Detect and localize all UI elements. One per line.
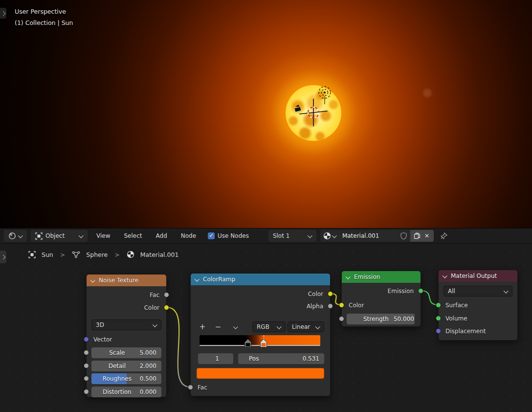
socket-roughness-in[interactable] <box>84 376 89 381</box>
strength-slider[interactable]: Strength 50.000 <box>347 314 415 324</box>
use-nodes-toggle[interactable]: ✓ Use Nodes <box>208 232 249 239</box>
menu-view[interactable]: View <box>91 230 115 242</box>
input-displacement: Displacement <box>445 327 486 335</box>
collapse-icon[interactable] <box>90 277 95 282</box>
viewport-collection-label: (1) Collection | Sun <box>15 17 73 28</box>
mode-label: Object <box>45 232 65 239</box>
ramp-stop-1-active[interactable] <box>260 339 267 347</box>
link-noise-color-to-ramp-fac <box>167 307 190 387</box>
link-emission-to-surface <box>421 291 438 305</box>
socket-color-out[interactable] <box>164 305 169 310</box>
active-index-field[interactable]: 1 <box>198 353 233 364</box>
socket-vector-in[interactable] <box>84 337 89 342</box>
pos-field[interactable]: Pos 0.531 <box>238 353 324 364</box>
blender-window: User Perspective (1) Collection | Sun Ob… <box>0 0 532 412</box>
material-browse-button[interactable] <box>320 230 339 242</box>
chevron-down-icon <box>153 322 157 327</box>
chevron-right-icon <box>1 11 6 16</box>
chevron-down-icon <box>504 288 509 293</box>
color-mode-dropdown[interactable]: RGB <box>252 321 286 332</box>
socket-scale-in[interactable] <box>84 350 89 355</box>
node-title: Noise Texture <box>99 277 138 284</box>
collapse-icon[interactable] <box>195 276 200 281</box>
target-dropdown[interactable]: All <box>443 286 512 297</box>
add-stop-button[interactable]: + <box>197 321 208 332</box>
ramp-stop-0[interactable] <box>244 339 251 347</box>
socket-fac-out[interactable] <box>164 292 169 298</box>
node-title: Material Output <box>451 273 497 279</box>
socket-displacement-in[interactable] <box>436 328 441 334</box>
material-sphere-icon <box>323 232 331 240</box>
input-surface: Surface <box>445 301 468 309</box>
checkbox-checked-icon[interactable]: ✓ <box>208 232 215 239</box>
viewport-3d[interactable]: User Perspective (1) Collection | Sun <box>0 0 532 228</box>
node-emission-header[interactable]: Emission <box>342 271 421 283</box>
collapse-icon[interactable] <box>346 274 351 279</box>
remove-stop-button[interactable]: − <box>212 321 224 332</box>
chevron-down-icon <box>315 324 320 329</box>
socket-alpha-out[interactable] <box>328 303 333 309</box>
viewport-toolbar-toggle[interactable] <box>0 8 6 19</box>
node-noise-texture-header[interactable]: Noise Texture <box>87 275 166 286</box>
dimensions-dropdown[interactable]: 3D <box>91 320 161 330</box>
input-volume: Volume <box>445 315 467 322</box>
slot-dropdown[interactable]: Slot 1 <box>268 230 316 242</box>
scale-slider[interactable]: Scale5.000 <box>91 347 161 358</box>
viewport-gizmos <box>0 0 532 228</box>
fake-user-button[interactable] <box>397 230 410 242</box>
copy-icon[interactable] <box>413 232 421 240</box>
chevron-down-icon <box>308 233 312 238</box>
camera-gizmo[interactable] <box>294 105 301 112</box>
ramp-specials-button[interactable] <box>230 321 242 332</box>
menu-node[interactable]: Node <box>176 230 201 242</box>
menu-select[interactable]: Select <box>119 230 147 242</box>
pin-icon[interactable] <box>440 231 448 240</box>
viewport-perspective-label: User Perspective <box>15 6 73 17</box>
socket-detail-in[interactable] <box>84 363 89 368</box>
output-alpha: Alpha <box>196 302 323 310</box>
material-selector: Material.001 ✕ <box>320 230 434 242</box>
editor-type-button[interactable] <box>4 230 27 242</box>
object-mode-icon <box>35 232 43 240</box>
node-editor-canvas[interactable]: Sun > Sphere > Material.001 <box>0 244 532 412</box>
shader-editor-header: Object View Select Add Node ✓ Use Nodes … <box>0 228 532 244</box>
interpolation-dropdown[interactable]: Linear <box>288 321 324 332</box>
socket-fac-in[interactable] <box>188 385 193 390</box>
socket-surface-in[interactable] <box>436 302 441 308</box>
socket-color-out[interactable] <box>328 291 333 297</box>
use-nodes-label: Use Nodes <box>218 232 249 239</box>
socket-distortion-in[interactable] <box>84 389 89 394</box>
node-material-output-header[interactable]: Material Output <box>439 270 517 282</box>
material-name-field[interactable]: Material.001 <box>339 230 397 242</box>
node-material-output[interactable]: Material Output All Surface Volume Displ… <box>438 270 518 341</box>
input-vector: Vector <box>93 336 112 343</box>
chevron-down-icon <box>18 233 23 238</box>
close-icon[interactable]: ✕ <box>423 232 431 239</box>
node-noise-texture[interactable]: Noise Texture Fac Color 3D Vector Scale5… <box>86 274 167 397</box>
socket-color-in[interactable] <box>339 302 344 308</box>
point-light-gizmo[interactable] <box>319 87 331 104</box>
stop-color-swatch[interactable] <box>197 368 324 379</box>
node-colorramp[interactable]: ColorRamp Color Alpha + − RGB Linear <box>190 273 331 396</box>
menu-add[interactable]: Add <box>151 230 172 242</box>
socket-emission-out[interactable] <box>418 288 423 294</box>
color-ramp-gradient[interactable] <box>200 335 320 346</box>
detail-slider[interactable]: Detail2.000 <box>91 361 161 371</box>
socket-volume-in[interactable] <box>436 316 441 321</box>
output-color: Color <box>91 304 159 312</box>
shader-editor-icon <box>8 232 16 240</box>
chevron-down-icon <box>233 324 238 329</box>
chevron-down-icon <box>332 233 337 238</box>
viewport-overlay-text: User Perspective (1) Collection | Sun <box>15 6 73 28</box>
collapse-icon[interactable] <box>443 273 447 278</box>
mode-dropdown[interactable]: Object <box>31 230 88 242</box>
output-emission: Emission <box>347 287 414 295</box>
node-colorramp-header[interactable]: ColorRamp <box>191 274 330 285</box>
output-color: Color <box>196 290 323 298</box>
chevron-down-icon <box>277 324 282 329</box>
distortion-slider[interactable]: Distortion0.000 <box>91 387 161 397</box>
roughness-slider[interactable]: Roughnes0.500 <box>91 373 161 384</box>
node-emission[interactable]: Emission Emission Color Strength 50.000 <box>341 271 421 327</box>
socket-strength-in[interactable] <box>339 316 344 321</box>
chevron-down-icon <box>79 233 84 238</box>
